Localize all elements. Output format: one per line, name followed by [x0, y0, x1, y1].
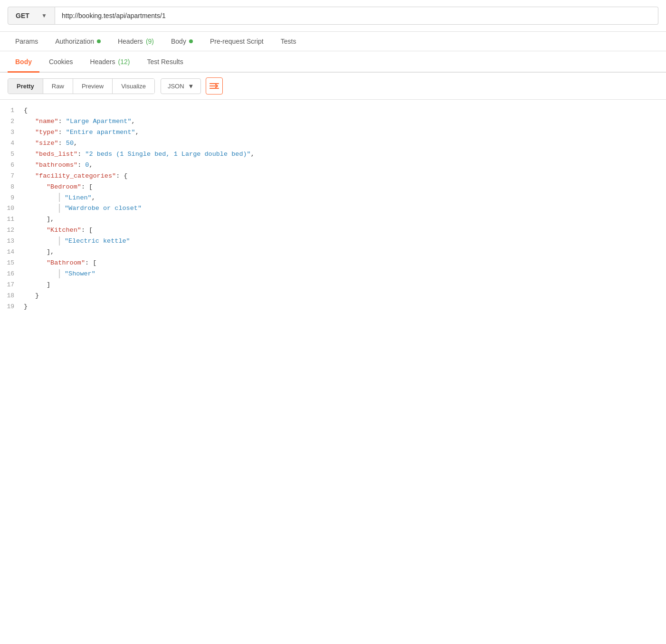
resp-testresults-label: Test Results	[147, 58, 183, 66]
method-label: GET	[16, 12, 29, 19]
resp-headers-label: Headers	[90, 58, 115, 66]
line-num-13: 13	[0, 236, 24, 246]
code-line-3: 3 "type": "Entire apartment",	[0, 127, 666, 138]
code-line-5: 5 "beds_list": "2 beds (1 Single bed, 1 …	[0, 149, 666, 160]
line-num-12: 12	[0, 225, 24, 236]
line-num-10: 10	[0, 203, 24, 214]
line-num-14: 14	[0, 247, 24, 257]
code-line-12: 12 "Kitchen": [	[0, 225, 666, 236]
method-chevron-icon: ▼	[41, 12, 47, 19]
tab-headers[interactable]: Headers (9)	[110, 32, 162, 51]
code-line-8: 8 "Bedroom": [	[0, 182, 666, 193]
authorization-label: Authorization	[55, 38, 94, 45]
code-area: 1 { 2 "name": "Large Apartment", 3 "type…	[0, 100, 666, 318]
code-line-10: 10 "Wardrobe or closet"	[0, 203, 666, 214]
line-num-2: 2	[0, 116, 24, 127]
line-content-17: ]	[24, 280, 666, 291]
format-toolbar: Pretty Raw Preview Visualize JSON ▼	[0, 73, 666, 100]
format-preview-btn[interactable]: Preview	[73, 79, 113, 94]
line-content-2: "name": "Large Apartment",	[24, 116, 666, 127]
line-num-6: 6	[0, 160, 24, 170]
code-line-11: 11 ],	[0, 214, 666, 225]
body-dot	[189, 39, 193, 43]
headers-count: (9)	[146, 38, 154, 45]
lang-chevron-icon: ▼	[188, 83, 194, 90]
tab-body[interactable]: Body	[163, 32, 200, 51]
line-content-8: "Bedroom": [	[24, 182, 666, 193]
line-num-7: 7	[0, 171, 24, 181]
code-line-1: 1 {	[0, 105, 666, 116]
headers-label: Headers	[118, 38, 143, 45]
line-content-18: }	[24, 291, 666, 302]
format-pretty-btn[interactable]: Pretty	[8, 79, 43, 94]
code-line-19: 19 }	[0, 302, 666, 313]
response-tabs: Body Cookies Headers (12) Test Results	[0, 52, 666, 73]
line-num-11: 11	[0, 214, 24, 225]
params-label: Params	[15, 38, 38, 45]
line-content-10: "Wardrobe or closet"	[24, 203, 666, 214]
tab-tests[interactable]: Tests	[273, 32, 304, 51]
line-num-4: 4	[0, 138, 24, 149]
resp-tab-body[interactable]: Body	[8, 52, 39, 73]
line-num-1: 1	[0, 105, 24, 116]
code-line-18: 18 }	[0, 291, 666, 302]
resp-tab-cookies[interactable]: Cookies	[41, 52, 81, 73]
app-container: GET ▼ Params Authorization Headers (9) B…	[0, 0, 666, 318]
line-content-14: ],	[24, 247, 666, 258]
line-content-1: {	[24, 105, 666, 116]
line-num-9: 9	[0, 193, 24, 203]
line-content-6: "bathrooms": 0,	[24, 160, 666, 171]
authorization-dot	[97, 39, 101, 43]
line-num-18: 18	[0, 291, 24, 301]
body-label: Body	[171, 38, 186, 45]
code-line-6: 6 "bathrooms": 0,	[0, 160, 666, 171]
resp-tab-headers[interactable]: Headers (12)	[83, 52, 138, 73]
code-line-2: 2 "name": "Large Apartment",	[0, 116, 666, 127]
resp-cookies-label: Cookies	[49, 58, 73, 66]
line-num-15: 15	[0, 258, 24, 268]
resp-body-label: Body	[15, 58, 32, 66]
code-line-13: 13 "Electric kettle"	[0, 236, 666, 247]
code-line-7: 7 "facility_categories": {	[0, 171, 666, 182]
line-num-16: 16	[0, 269, 24, 279]
line-num-17: 17	[0, 280, 24, 290]
code-line-9: 9 "Linen",	[0, 193, 666, 204]
line-num-19: 19	[0, 302, 24, 312]
line-num-3: 3	[0, 127, 24, 138]
line-content-7: "facility_categories": {	[24, 171, 666, 182]
url-bar: GET ▼	[0, 0, 666, 32]
wrap-btn[interactable]	[206, 77, 223, 95]
lang-dropdown[interactable]: JSON ▼	[161, 78, 201, 94]
line-content-4: "size": 50,	[24, 138, 666, 149]
tab-prerequest[interactable]: Pre-request Script	[202, 32, 271, 51]
tab-params[interactable]: Params	[8, 32, 46, 51]
line-content-5: "beds_list": "2 beds (1 Single bed, 1 La…	[24, 149, 666, 160]
format-visualize-btn[interactable]: Visualize	[113, 79, 154, 94]
code-line-4: 4 "size": 50,	[0, 138, 666, 149]
wrap-icon	[209, 82, 219, 90]
line-num-8: 8	[0, 182, 24, 192]
tab-authorization[interactable]: Authorization	[48, 32, 108, 51]
line-content-12: "Kitchen": [	[24, 225, 666, 236]
code-line-16: 16 "Shower"	[0, 269, 666, 280]
code-line-15: 15 "Bathroom": [	[0, 258, 666, 269]
format-raw-btn[interactable]: Raw	[43, 79, 73, 94]
url-input[interactable]	[55, 7, 658, 25]
method-dropdown[interactable]: GET ▼	[8, 7, 55, 25]
line-content-15: "Bathroom": [	[24, 258, 666, 269]
lang-label: JSON	[168, 83, 184, 90]
line-content-16: "Shower"	[24, 269, 666, 280]
code-line-14: 14 ],	[0, 247, 666, 258]
line-num-5: 5	[0, 149, 24, 160]
code-line-17: 17 ]	[0, 280, 666, 291]
line-content-9: "Linen",	[24, 193, 666, 204]
format-btn-group: Pretty Raw Preview Visualize	[8, 78, 155, 94]
resp-headers-count: (12)	[118, 58, 130, 66]
request-tabs: Params Authorization Headers (9) Body Pr…	[0, 32, 666, 51]
tests-label: Tests	[281, 38, 296, 45]
line-content-3: "type": "Entire apartment",	[24, 127, 666, 138]
prerequest-label: Pre-request Script	[210, 38, 264, 45]
resp-tab-testresults[interactable]: Test Results	[139, 52, 190, 73]
line-content-19: }	[24, 302, 666, 313]
line-content-13: "Electric kettle"	[24, 236, 666, 247]
